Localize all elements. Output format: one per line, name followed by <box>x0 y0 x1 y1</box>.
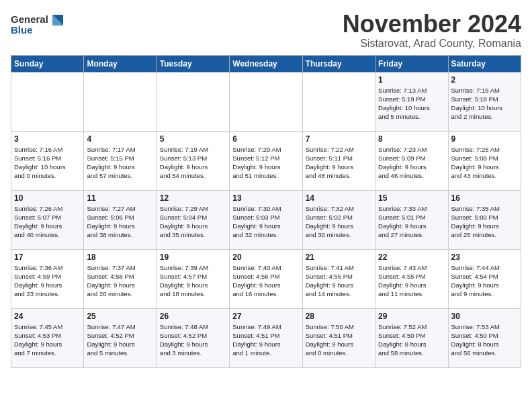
day-number: 2 <box>451 75 518 85</box>
calendar-body: 1Sunrise: 7:13 AM Sunset: 5:19 PM Daylig… <box>11 72 521 367</box>
day-info: Sunrise: 7:33 AM Sunset: 5:01 PM Dayligh… <box>378 204 445 240</box>
day-info: Sunrise: 7:41 AM Sunset: 4:55 PM Dayligh… <box>306 263 372 299</box>
day-info: Sunrise: 7:26 AM Sunset: 5:07 PM Dayligh… <box>14 204 81 240</box>
calendar-week-row: 24Sunrise: 7:45 AM Sunset: 4:53 PM Dayli… <box>11 308 521 367</box>
calendar-cell: 13Sunrise: 7:30 AM Sunset: 5:03 PM Dayli… <box>230 190 302 249</box>
day-number: 15 <box>378 193 445 203</box>
day-number: 14 <box>306 193 372 203</box>
day-number: 1 <box>378 75 445 85</box>
svg-text:Blue: Blue <box>11 24 33 36</box>
calendar-cell: 24Sunrise: 7:45 AM Sunset: 4:53 PM Dayli… <box>11 308 84 367</box>
day-number: 20 <box>232 253 299 262</box>
day-number: 28 <box>306 312 372 321</box>
day-info: Sunrise: 7:16 AM Sunset: 5:16 PM Dayligh… <box>14 145 81 181</box>
calendar-header-row: SundayMondayTuesdayWednesdayThursdayFrid… <box>11 55 521 72</box>
day-number: 18 <box>87 253 153 262</box>
calendar-cell: 3Sunrise: 7:16 AM Sunset: 5:16 PM Daylig… <box>11 131 84 190</box>
calendar-cell: 27Sunrise: 7:49 AM Sunset: 4:51 PM Dayli… <box>230 308 302 367</box>
calendar-cell: 15Sunrise: 7:33 AM Sunset: 5:01 PM Dayli… <box>375 190 448 249</box>
svg-text:General: General <box>11 13 48 25</box>
day-number: 12 <box>160 193 226 203</box>
day-number: 24 <box>14 312 81 321</box>
day-number: 22 <box>378 253 445 262</box>
calendar-cell: 28Sunrise: 7:50 AM Sunset: 4:51 PM Dayli… <box>302 308 375 367</box>
month-title: November 2024 <box>343 11 521 38</box>
day-info: Sunrise: 7:49 AM Sunset: 4:51 PM Dayligh… <box>232 322 299 358</box>
day-number: 16 <box>451 193 518 203</box>
calendar-cell: 11Sunrise: 7:27 AM Sunset: 5:06 PM Dayli… <box>84 190 157 249</box>
day-info: Sunrise: 7:15 AM Sunset: 5:18 PM Dayligh… <box>451 86 518 122</box>
day-number: 3 <box>14 134 81 144</box>
location-title: Sistarovat, Arad County, Romania <box>343 38 521 50</box>
calendar-cell: 17Sunrise: 7:36 AM Sunset: 4:59 PM Dayli… <box>11 249 84 308</box>
calendar-cell: 7Sunrise: 7:22 AM Sunset: 5:11 PM Daylig… <box>302 131 375 190</box>
calendar-cell: 8Sunrise: 7:23 AM Sunset: 5:09 PM Daylig… <box>375 131 448 190</box>
calendar-cell <box>230 72 302 131</box>
day-info: Sunrise: 7:50 AM Sunset: 4:51 PM Dayligh… <box>306 322 372 358</box>
calendar-week-row: 10Sunrise: 7:26 AM Sunset: 5:07 PM Dayli… <box>11 190 521 249</box>
logo-icon: General Blue <box>11 11 64 38</box>
calendar-cell: 25Sunrise: 7:47 AM Sunset: 4:52 PM Dayli… <box>84 308 157 367</box>
day-info: Sunrise: 7:43 AM Sunset: 4:55 PM Dayligh… <box>378 263 445 299</box>
day-info: Sunrise: 7:37 AM Sunset: 4:58 PM Dayligh… <box>87 263 153 299</box>
day-number: 13 <box>232 193 299 203</box>
day-number: 26 <box>160 312 226 321</box>
day-number: 8 <box>378 134 445 144</box>
day-info: Sunrise: 7:23 AM Sunset: 5:09 PM Dayligh… <box>378 145 445 181</box>
day-number: 25 <box>87 312 153 321</box>
day-info: Sunrise: 7:17 AM Sunset: 5:15 PM Dayligh… <box>87 145 153 181</box>
day-info: Sunrise: 7:32 AM Sunset: 5:02 PM Dayligh… <box>306 204 372 240</box>
calendar-cell: 6Sunrise: 7:20 AM Sunset: 5:12 PM Daylig… <box>230 131 302 190</box>
calendar-week-row: 3Sunrise: 7:16 AM Sunset: 5:16 PM Daylig… <box>11 131 521 190</box>
calendar-cell: 4Sunrise: 7:17 AM Sunset: 5:15 PM Daylig… <box>84 131 157 190</box>
day-number: 7 <box>306 134 372 144</box>
day-number: 5 <box>160 134 226 144</box>
calendar-cell: 19Sunrise: 7:39 AM Sunset: 4:57 PM Dayli… <box>157 249 229 308</box>
day-info: Sunrise: 7:53 AM Sunset: 4:50 PM Dayligh… <box>451 322 518 358</box>
day-number: 6 <box>232 134 299 144</box>
day-number: 9 <box>451 134 518 144</box>
calendar-cell: 22Sunrise: 7:43 AM Sunset: 4:55 PM Dayli… <box>375 249 448 308</box>
calendar-cell: 9Sunrise: 7:25 AM Sunset: 5:08 PM Daylig… <box>448 131 521 190</box>
calendar-cell <box>302 72 375 131</box>
calendar-cell: 18Sunrise: 7:37 AM Sunset: 4:58 PM Dayli… <box>84 249 157 308</box>
day-number: 17 <box>14 253 81 262</box>
day-info: Sunrise: 7:45 AM Sunset: 4:53 PM Dayligh… <box>14 322 81 358</box>
calendar-table: SundayMondayTuesdayWednesdayThursdayFrid… <box>11 55 521 368</box>
calendar-cell: 21Sunrise: 7:41 AM Sunset: 4:55 PM Dayli… <box>302 249 375 308</box>
calendar-week-row: 1Sunrise: 7:13 AM Sunset: 5:19 PM Daylig… <box>11 72 521 131</box>
day-info: Sunrise: 7:20 AM Sunset: 5:12 PM Dayligh… <box>232 145 299 181</box>
day-info: Sunrise: 7:22 AM Sunset: 5:11 PM Dayligh… <box>306 145 372 181</box>
day-info: Sunrise: 7:27 AM Sunset: 5:06 PM Dayligh… <box>87 204 153 240</box>
calendar-cell <box>157 72 229 131</box>
day-number: 23 <box>451 253 518 262</box>
calendar-cell: 26Sunrise: 7:48 AM Sunset: 4:52 PM Dayli… <box>157 308 229 367</box>
day-info: Sunrise: 7:39 AM Sunset: 4:57 PM Dayligh… <box>160 263 226 299</box>
day-number: 4 <box>87 134 153 144</box>
day-info: Sunrise: 7:30 AM Sunset: 5:03 PM Dayligh… <box>232 204 299 240</box>
day-info: Sunrise: 7:25 AM Sunset: 5:08 PM Dayligh… <box>451 145 518 181</box>
day-info: Sunrise: 7:44 AM Sunset: 4:54 PM Dayligh… <box>451 263 518 299</box>
calendar-cell: 20Sunrise: 7:40 AM Sunset: 4:56 PM Dayli… <box>230 249 302 308</box>
weekday-header: Wednesday <box>230 55 302 72</box>
day-info: Sunrise: 7:52 AM Sunset: 4:50 PM Dayligh… <box>378 322 445 358</box>
day-info: Sunrise: 7:13 AM Sunset: 5:19 PM Dayligh… <box>378 86 445 122</box>
day-number: 29 <box>378 312 445 321</box>
calendar-cell <box>84 72 157 131</box>
page-header: General Blue November 2024 Sistarovat, A… <box>11 11 521 50</box>
weekday-header: Tuesday <box>157 55 229 72</box>
calendar-cell: 23Sunrise: 7:44 AM Sunset: 4:54 PM Dayli… <box>448 249 521 308</box>
logo: General Blue <box>11 11 64 38</box>
calendar-cell: 1Sunrise: 7:13 AM Sunset: 5:19 PM Daylig… <box>375 72 448 131</box>
weekday-header: Friday <box>375 55 448 72</box>
calendar-cell: 29Sunrise: 7:52 AM Sunset: 4:50 PM Dayli… <box>375 308 448 367</box>
calendar-cell: 12Sunrise: 7:29 AM Sunset: 5:04 PM Dayli… <box>157 190 229 249</box>
calendar-cell <box>11 72 84 131</box>
weekday-header: Saturday <box>448 55 521 72</box>
day-info: Sunrise: 7:40 AM Sunset: 4:56 PM Dayligh… <box>232 263 299 299</box>
day-number: 10 <box>14 193 81 203</box>
day-info: Sunrise: 7:29 AM Sunset: 5:04 PM Dayligh… <box>160 204 226 240</box>
day-info: Sunrise: 7:36 AM Sunset: 4:59 PM Dayligh… <box>14 263 81 299</box>
day-number: 11 <box>87 193 153 203</box>
day-info: Sunrise: 7:47 AM Sunset: 4:52 PM Dayligh… <box>87 322 153 358</box>
